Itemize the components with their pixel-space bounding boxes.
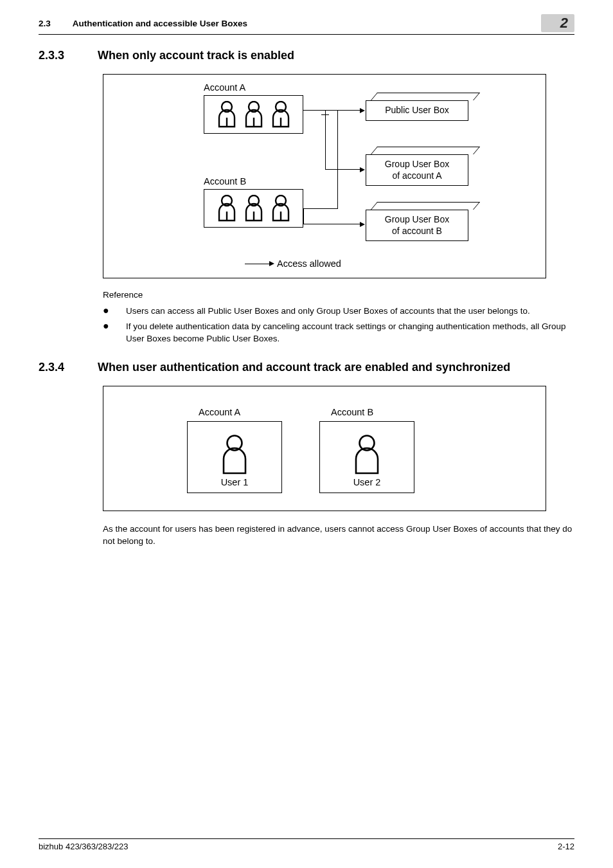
footer-page: 2-12 — [558, 842, 574, 851]
person-icon — [220, 435, 249, 475]
section-title: When only account track is enabled — [98, 49, 294, 62]
legend-access-allowed: Access allowed — [245, 258, 341, 269]
group-user-box-b: Group User Box of account B — [366, 202, 468, 241]
diagram-user-auth-sync: Account A User 1 Account B User 2 — [103, 386, 546, 511]
reference-list: ●Users can access all Public User Boxes … — [103, 305, 574, 345]
label-account-b: Account B — [204, 176, 246, 186]
section-2-3-3-heading: 2.3.3 When only account track is enabled — [39, 49, 574, 62]
person-icon — [271, 195, 291, 222]
group-user-box-a: Group User Box of account A — [366, 147, 468, 186]
person-icon — [271, 101, 291, 128]
label-account-a: Account A — [199, 407, 240, 417]
label-account-b: Account B — [331, 407, 373, 417]
group-user-box-a-line1: Group User Box — [385, 159, 449, 169]
account-a-userbox: User 1 — [187, 421, 282, 493]
account-b-box — [204, 189, 303, 228]
person-icon — [353, 435, 381, 475]
header-section-number: 2.3 — [39, 19, 51, 28]
group-user-box-a-line2: of account A — [392, 170, 441, 181]
page-footer: bizhub 423/363/283/223 2-12 — [39, 838, 574, 851]
person-icon — [217, 101, 237, 128]
paragraph-sync-explain: As the account for users has been regist… — [103, 523, 574, 548]
reference-item: ●If you delete authentication data by ca… — [103, 320, 574, 345]
person-icon — [244, 101, 264, 128]
account-b-userbox: User 2 — [319, 421, 414, 493]
user2-label: User 2 — [353, 477, 381, 487]
legend-label: Access allowed — [277, 258, 341, 269]
label-account-a: Account A — [204, 82, 245, 93]
account-a-box — [204, 95, 303, 134]
section-2-3-4-heading: 2.3.4 When user authentication and accou… — [39, 361, 574, 374]
reference-heading: Reference — [103, 290, 574, 300]
public-user-box: Public User Box — [366, 93, 468, 121]
footer-model: bizhub 423/363/283/223 — [39, 842, 129, 851]
person-icon — [217, 195, 237, 222]
header-section-title: Authentication and accessible User Boxes — [73, 19, 247, 28]
reference-item: ●Users can access all Public User Boxes … — [103, 305, 574, 318]
user1-label: User 1 — [221, 477, 249, 487]
diagram-account-track: Account A Account B Public User Box G — [103, 74, 546, 278]
chapter-badge: 2 — [541, 14, 574, 32]
section-number: 2.3.3 — [39, 49, 77, 62]
arrow-icon — [245, 264, 273, 264]
public-user-box-label: Public User Box — [366, 100, 468, 121]
section-title: When user authentication and account tra… — [98, 361, 510, 374]
person-icon — [244, 195, 264, 222]
group-user-box-b-line2: of account B — [392, 226, 442, 236]
page-header: 2.3 Authentication and accessible User B… — [39, 14, 574, 35]
group-user-box-b-line1: Group User Box — [385, 214, 449, 224]
section-number: 2.3.4 — [39, 361, 77, 374]
